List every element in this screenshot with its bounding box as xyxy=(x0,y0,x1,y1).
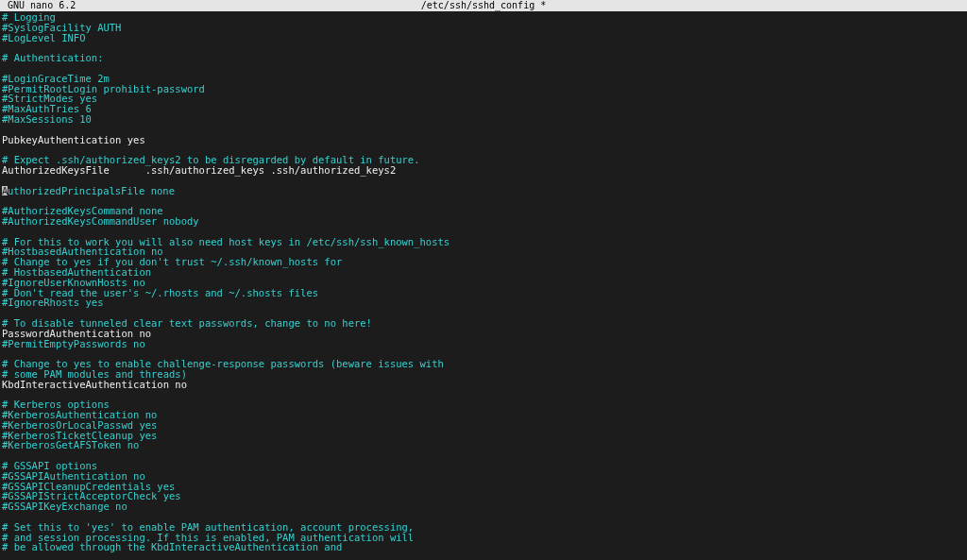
editor-line[interactable]: #StrictModes yes xyxy=(2,93,965,104)
editor-text: uthorizedPrincipalsFile none xyxy=(8,185,175,196)
nano-titlebar: GNU nano 6.2 /etc/ssh/sshd_config * xyxy=(0,0,967,11)
editor-text: #IgnoreRhosts yes xyxy=(2,297,103,308)
editor-text: # be allowed through the KbdInteractiveA… xyxy=(2,541,342,552)
editor-line[interactable]: KbdInteractiveAuthentication no xyxy=(2,380,965,390)
nano-file-name: /etc/ssh/sshd_config * xyxy=(421,0,546,11)
editor-line[interactable]: # be allowed through the KbdInteractiveA… xyxy=(2,542,965,552)
editor-line[interactable]: #AuthorizedKeysCommandUser nobody xyxy=(2,216,965,227)
editor-line[interactable]: #MaxSessions 10 xyxy=(2,114,965,125)
editor-line[interactable]: # Don't read the user's ~/.rhosts and ~/… xyxy=(2,288,965,298)
editor-line[interactable]: PasswordAuthentication no xyxy=(2,329,965,339)
editor-line[interactable]: #KerberosGetAFSToken no xyxy=(2,440,965,450)
editor-text: #KerberosGetAFSToken no xyxy=(2,439,139,450)
editor-text: AuthorizedKeysFile .ssh/authorized_keys … xyxy=(2,164,396,176)
editor-text: PubkeyAuthentication yes xyxy=(2,134,145,145)
editor-line[interactable]: #LogLevel INFO xyxy=(2,33,965,43)
editor-viewport[interactable]: # Logging#SyslogFacility AUTH#LogLevel I… xyxy=(0,11,967,560)
editor-line[interactable]: #PermitEmptyPasswords no xyxy=(2,339,965,349)
editor-line[interactable]: #MaxAuthTries 6 xyxy=(2,104,965,114)
editor-line[interactable]: #GSSAPIKeyExchange no xyxy=(2,501,965,512)
editor-text: #LogLevel INFO xyxy=(2,32,86,43)
editor-line[interactable] xyxy=(2,389,965,399)
editor-line[interactable]: # GSSAPI options xyxy=(2,461,965,471)
editor-line[interactable] xyxy=(2,42,965,53)
editor-line[interactable]: PubkeyAuthentication yes xyxy=(2,135,965,145)
editor-line[interactable]: #IgnoreRhosts yes xyxy=(2,297,965,308)
editor-line[interactable]: # Logging xyxy=(2,12,965,23)
editor-text: #PermitEmptyPasswords no xyxy=(2,338,145,349)
editor-text: # Authentication: xyxy=(2,52,103,63)
nano-app-name: GNU nano 6.2 xyxy=(8,0,76,11)
editor-line[interactable]: #PermitRootLogin prohibit-password xyxy=(2,84,965,94)
editor-line[interactable] xyxy=(2,63,965,74)
editor-line[interactable]: #GSSAPIStrictAcceptorCheck yes xyxy=(2,491,965,501)
editor-line[interactable] xyxy=(2,125,965,135)
editor-text: #AuthorizedKeysCommandUser nobody xyxy=(2,215,199,227)
editor-line[interactable]: #KerberosTicketCleanup yes xyxy=(2,431,965,441)
editor-line[interactable] xyxy=(2,450,965,461)
editor-line[interactable]: # Authentication: xyxy=(2,53,965,63)
editor-text: #MaxSessions 10 xyxy=(2,113,92,125)
editor-line[interactable]: AuthorizedPrincipalsFile none xyxy=(2,186,965,196)
editor-line[interactable]: AuthorizedKeysFile .ssh/authorized_keys … xyxy=(2,165,965,176)
editor-line[interactable]: # HostbasedAuthentication xyxy=(2,267,965,278)
editor-line[interactable]: #SyslogFacility AUTH xyxy=(2,23,965,33)
editor-text: KbdInteractiveAuthentication no xyxy=(2,379,187,390)
editor-text: #GSSAPIKeyExchange no xyxy=(2,501,127,512)
